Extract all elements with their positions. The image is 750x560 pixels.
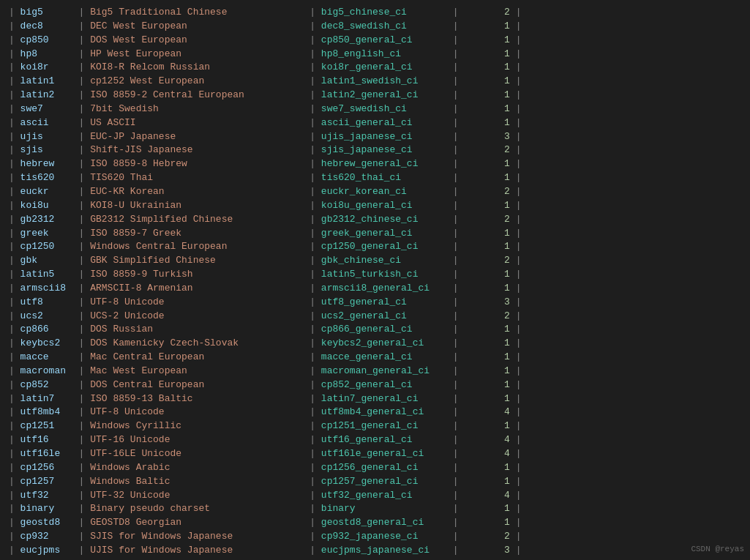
pipe: | [516, 144, 522, 155]
pipe: | [310, 490, 321, 501]
terminal: | big5 | Big5 Traditional Chinese | big5… [0, 0, 750, 560]
charset-num: 1 [459, 337, 516, 351]
pipe: | [79, 228, 91, 239]
charset-name: swe7 [20, 102, 79, 116]
charset-num: 1 [459, 61, 516, 75]
pipe: | [516, 393, 522, 404]
pipe: | [9, 158, 20, 169]
charset-desc: KOI8-R Relcom Russian [90, 61, 310, 75]
pipe: | [9, 393, 20, 404]
pipe: | [9, 34, 20, 45]
charset-desc: Windows Cyrillic [90, 419, 310, 433]
charset-desc: Big5 Traditional Chinese [90, 6, 310, 20]
charset-ci: macroman_general_ci [321, 365, 453, 378]
charset-ci: cp852_general_ci [321, 378, 453, 392]
pipe: | [516, 365, 522, 376]
charset-ci: cp1256_general_ci [321, 461, 453, 475]
pipe: | [9, 310, 20, 321]
pipe: | [516, 158, 522, 169]
charset-name: tis620 [20, 171, 79, 185]
charset-ci: big5_chinese_ci [321, 6, 453, 20]
pipe: | [310, 241, 321, 252]
charset-name: latin5 [20, 268, 79, 282]
charset-ci: cp850_general_ci [321, 34, 453, 48]
charset-name: utf8 [20, 296, 79, 310]
pipe: | [310, 393, 321, 404]
pipe: | [453, 48, 459, 59]
pipe: | [516, 503, 522, 514]
charset-num: 1 [459, 34, 516, 48]
charset-num: 1 [459, 475, 516, 489]
pipe: | [310, 34, 321, 45]
pipe: | [9, 131, 20, 142]
pipe: | [310, 517, 321, 528]
pipe: | [79, 531, 91, 542]
charset-name: cp932 [20, 530, 79, 544]
pipe: | [453, 434, 459, 445]
charset-ci: cp932_japanese_ci [321, 530, 453, 544]
pipe: | [516, 310, 522, 321]
pipe: | [516, 420, 522, 431]
pipe: | [453, 379, 459, 390]
charset-name: cp866 [20, 323, 79, 337]
pipe: | [9, 144, 20, 155]
pipe: | [453, 103, 459, 114]
pipe: | [453, 324, 459, 335]
pipe: | [310, 144, 321, 155]
pipe: | [516, 351, 522, 362]
charset-name: dec8 [20, 20, 79, 34]
pipe: | [516, 545, 522, 556]
pipe: | [9, 462, 20, 473]
pipe: | [9, 269, 20, 280]
pipe: | [453, 269, 459, 280]
charset-num: 1 [459, 157, 516, 171]
charset-desc: UTF-8 Unicode [90, 406, 310, 419]
charset-ci: cp1257_general_ci [321, 475, 453, 489]
pipe: | [9, 503, 20, 514]
pipe: | [516, 48, 522, 59]
pipe: | [310, 7, 321, 18]
charset-name: cp1257 [20, 475, 79, 489]
charset-ci: utf32_general_ci [321, 489, 453, 503]
charset-desc: Windows Baltic [90, 475, 310, 489]
pipe: | [79, 255, 91, 266]
charset-ci: cp1250_general_ci [321, 240, 453, 254]
charset-name: macroman [20, 365, 79, 378]
charset-num: 1 [459, 171, 516, 185]
charset-desc: UJIS for Windows Japanese [90, 544, 310, 558]
charset-ci: cp1251_general_ci [321, 419, 453, 433]
charset-name: cp1251 [20, 419, 79, 433]
pipe: | [453, 131, 459, 142]
pipe: | [9, 490, 20, 501]
charset-num: 2 [459, 310, 516, 324]
pipe: | [79, 241, 91, 252]
charset-num: 1 [459, 227, 516, 241]
charset-ci: armscii8_general_ci [321, 282, 453, 296]
charset-ci: hp8_english_ci [321, 48, 453, 61]
charset-desc: US ASCII [90, 116, 310, 130]
pipe: | [79, 545, 91, 556]
pipe: | [9, 241, 20, 252]
pipe: | [9, 214, 20, 225]
pipe: | [9, 545, 20, 556]
pipe: | [9, 103, 20, 114]
pipe: | [79, 365, 91, 376]
pipe: | [453, 310, 459, 321]
charset-desc: Shift-JIS Japanese [90, 143, 310, 157]
pipe: | [9, 517, 20, 528]
charset-ci: ascii_general_ci [321, 116, 453, 130]
pipe: | [453, 228, 459, 239]
pipe: | [516, 462, 522, 473]
charset-num: 2 [459, 143, 516, 157]
pipe: | [453, 351, 459, 362]
pipe: | [453, 75, 459, 86]
charset-num: 1 [459, 75, 516, 89]
charset-desc: GB2312 Simplified Chinese [90, 213, 310, 227]
charset-ci: eucjpms_japanese_ci [321, 544, 453, 558]
charset-desc: DOS Russian [90, 323, 310, 337]
pipe: | [9, 228, 20, 239]
pipe: | [79, 158, 91, 169]
pipe: | [9, 365, 20, 376]
pipe: | [79, 503, 91, 514]
pipe: | [310, 365, 321, 376]
